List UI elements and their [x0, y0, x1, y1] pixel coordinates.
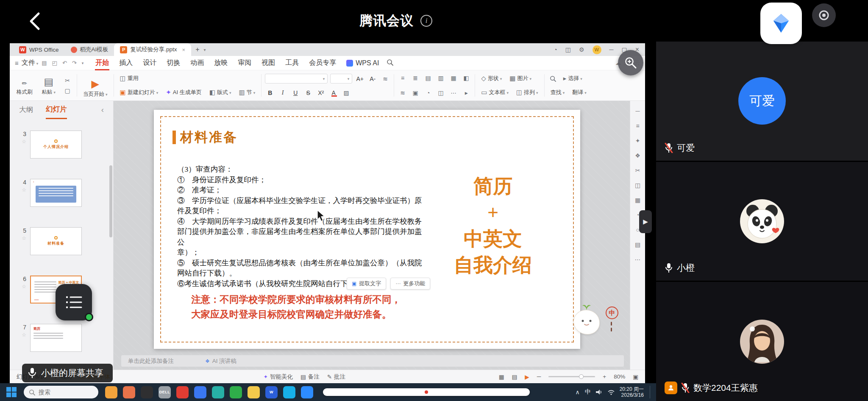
play-from-current-button[interactable]: ▶ 当页开始 [81, 72, 110, 99]
menu-tab[interactable]: 会员专享 [304, 56, 341, 70]
columns-icon[interactable]: ◧ [461, 74, 471, 82]
zoom-out-button[interactable]: ─ [537, 373, 541, 380]
window-tab[interactable]: W WPS Office [13, 43, 65, 56]
sync-icon[interactable]: ◔ [554, 46, 557, 53]
print-icon[interactable]: ◰ [52, 60, 57, 66]
ime-indicator[interactable]: 中 [585, 388, 591, 396]
taskbar-app-icon[interactable] [301, 386, 313, 398]
notes-button[interactable]: ▤ 备注 [300, 373, 320, 381]
slide-thumbnail[interactable]: 5 ☆ 材料准备 [16, 227, 111, 255]
panel-collapse-icon[interactable]: ‹ [101, 105, 104, 114]
slideshow-play-icon[interactable]: ▶ [525, 373, 529, 380]
rail-tool-icon[interactable]: ✦ [635, 137, 640, 144]
slide-thumbnail[interactable]: 4 ☆ ▪ [16, 179, 111, 207]
panel-tab[interactable]: 幻灯片 [46, 101, 67, 119]
menu-tab[interactable]: 动画 [185, 56, 209, 70]
bullet-list-icon[interactable]: ≡ [398, 74, 408, 82]
new-slide-button[interactable]: ▣新建幻灯片 [117, 88, 161, 97]
panel-expand-handle[interactable]: ▶ [639, 210, 652, 233]
slide-title-block[interactable]: 材料准备 [172, 128, 238, 146]
decrease-font-button[interactable]: A- [367, 74, 378, 83]
menu-tab[interactable]: 放映 [209, 56, 233, 70]
strikethrough-button[interactable]: S [303, 88, 313, 97]
layout-button[interactable]: ◧版式 [207, 88, 234, 97]
extract-text-button[interactable]: ▣ 提取文字 [347, 278, 386, 290]
slide[interactable]: 材料准备 （3）审查内容： ① 身份证原件及复印件； ② 准考证； ③ 学历学位… [154, 110, 580, 349]
underline-button[interactable]: U [290, 88, 300, 97]
taskbar-app-icon[interactable] [123, 386, 135, 398]
clear-format-icon[interactable]: ≋ [380, 75, 390, 83]
beautify-button[interactable]: ✦ 智能美化 [264, 373, 293, 381]
zoom-in-button[interactable]: + [603, 373, 606, 380]
comments-button[interactable]: ✎ 批注 [327, 373, 345, 381]
format-painter-button[interactable]: ✏ 格式刷 [14, 79, 35, 97]
taskbar-app-icon[interactable] [283, 386, 295, 398]
font-color-button[interactable]: A [328, 88, 339, 97]
slide-side-textbox[interactable]: 简历 + 中英文 自我介绍 [434, 173, 552, 278]
rail-tool-icon[interactable]: ≡ [636, 123, 639, 129]
taskbar-app-icon[interactable] [194, 386, 206, 398]
copy-icon[interactable]: ▢ [62, 86, 72, 95]
increase-font-button[interactable]: A+ [355, 74, 365, 83]
menu-tab[interactable]: 插入 [114, 56, 138, 70]
sorter-view-icon[interactable]: ▤ [512, 373, 517, 380]
translate-button[interactable]: 翻译 [570, 88, 589, 97]
text-direction-icon[interactable]: ⋯ [448, 89, 459, 97]
taskbar-app-icon[interactable] [176, 386, 189, 398]
align-right-icon[interactable]: ◔ [423, 89, 433, 97]
quick-more-chevron-icon[interactable]: ▾ [82, 61, 84, 65]
more-functions-button[interactable]: ⋯ 更多功能 [390, 278, 430, 290]
highlight-icon[interactable]: ▨ [341, 89, 351, 97]
menu-tab[interactable]: WPS AI [341, 56, 384, 70]
window-tab[interactable]: P 复试经验分享.pptx × [114, 43, 191, 56]
panel-tab[interactable]: 大纲 [19, 101, 33, 118]
ai-single-page-button[interactable]: ✦AI 生成单页 [163, 88, 204, 97]
tab-list-chevron-icon[interactable]: ▾ [204, 47, 206, 52]
taskbar-app-icon[interactable] [105, 386, 117, 398]
magnifier-button[interactable] [618, 50, 643, 75]
taskbar-app-icon[interactable]: DELL [159, 386, 171, 398]
menu-tab[interactable]: 开始 [90, 56, 114, 70]
minimize-button[interactable]: ─ [609, 46, 614, 53]
shapes-button[interactable]: ◇形状 [479, 74, 504, 83]
speaker-icon[interactable] [596, 389, 603, 395]
justify-icon[interactable]: ◫ [436, 89, 446, 97]
settings-gear-icon[interactable]: ⚙ [579, 46, 584, 53]
taskbar-search[interactable] [24, 386, 98, 398]
participant-tile[interactable]: 小橙 [656, 162, 868, 281]
taskbar-app-icon[interactable] [212, 386, 224, 398]
workspace-icon[interactable]: ◫ [565, 46, 571, 53]
slide-thumbnail[interactable]: 3 ☆ 个人情况介绍 [16, 131, 111, 159]
italic-button[interactable]: I [278, 88, 288, 97]
select-button[interactable]: ▸选择 [561, 74, 585, 83]
normal-view-icon[interactable]: ▦ [499, 373, 504, 380]
record-button[interactable] [812, 3, 836, 27]
ribbon-search-icon[interactable] [387, 59, 393, 67]
align-left-icon[interactable]: ≋ [398, 89, 408, 97]
arrange-button[interactable]: ◫排列 [514, 88, 541, 97]
taskbar-app-icon[interactable] [230, 386, 242, 398]
window-tab[interactable]: 稻壳AI模板 [65, 43, 114, 56]
align-center-icon[interactable]: ▣ [410, 89, 420, 97]
new-tab-button[interactable]: + [195, 46, 199, 53]
cut-icon[interactable]: ✂ [62, 76, 72, 85]
redo-icon[interactable]: ↷ [72, 60, 77, 66]
rail-tool-icon[interactable]: ❖ [635, 152, 640, 159]
slide-note-textbox[interactable]: 注意：不同学校学院所要求的审核材料有所不同， 大家应及时登录目标院校官网确定并做… [191, 292, 401, 322]
taskbar-app-icon[interactable] [141, 386, 153, 398]
textbox-button[interactable]: ▭文本框 [479, 88, 511, 97]
fit-screen-icon[interactable]: ▣ [633, 373, 638, 380]
zoom-slider[interactable] [548, 376, 595, 377]
search-input[interactable] [39, 389, 86, 395]
rail-tool-icon[interactable]: ▦ [635, 197, 640, 203]
zoom-slider-thumb[interactable] [579, 374, 584, 379]
find-button[interactable]: 查找 [548, 88, 568, 97]
rail-tool-icon[interactable]: ▤ [635, 241, 640, 248]
section-button[interactable]: ▥节 [236, 88, 258, 97]
meeting-info-icon[interactable]: i [420, 15, 432, 27]
slide-thumbnail[interactable]: 7 ☆ 简历 [16, 324, 111, 352]
account-avatar[interactable]: W [593, 45, 601, 54]
picture-button[interactable]: ▦图片 [507, 74, 534, 83]
indent-increase-icon[interactable]: ▥ [436, 74, 446, 82]
start-button[interactable] [4, 385, 19, 399]
